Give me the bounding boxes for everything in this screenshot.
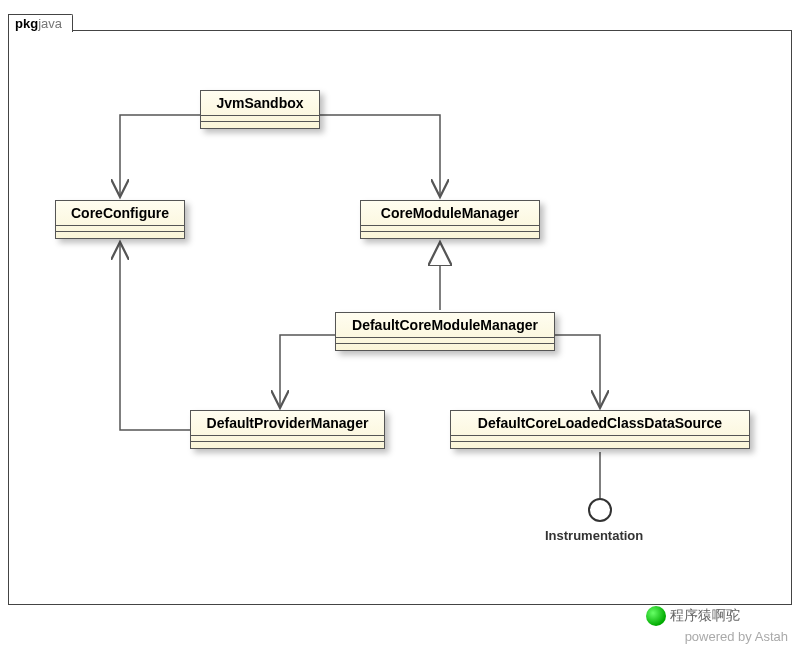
class-jvm-sandbox[interactable]: JvmSandbox: [200, 90, 320, 129]
class-core-configure[interactable]: CoreConfigure: [55, 200, 185, 239]
watermark-text: 程序猿啊驼: [670, 607, 740, 625]
class-core-module-manager[interactable]: CoreModuleManager: [360, 200, 540, 239]
diagram-canvas: pkgjava JvmSandbox CoreCon: [0, 0, 800, 652]
class-title: DefaultCoreModuleManager: [336, 313, 554, 338]
watermark: 程序猿啊驼: [646, 606, 740, 626]
class-default-provider-manager[interactable]: DefaultProviderManager: [190, 410, 385, 449]
class-operations: [451, 442, 749, 448]
watermark-icon: [646, 606, 666, 626]
class-operations: [201, 122, 319, 128]
class-operations: [191, 442, 384, 448]
class-title: CoreConfigure: [56, 201, 184, 226]
class-default-core-loaded-class-data-source[interactable]: DefaultCoreLoadedClassDataSource: [450, 410, 750, 449]
class-operations: [336, 344, 554, 350]
class-title: DefaultCoreLoadedClassDataSource: [451, 411, 749, 436]
class-title: DefaultProviderManager: [191, 411, 384, 436]
package-prefix: pkg: [15, 16, 38, 31]
class-title: CoreModuleManager: [361, 201, 539, 226]
interface-instrumentation-icon[interactable]: [588, 498, 612, 522]
class-default-core-module-manager[interactable]: DefaultCoreModuleManager: [335, 312, 555, 351]
footer-powered-by: powered by Astah: [685, 629, 788, 644]
package-tab: pkgjava: [8, 14, 73, 32]
class-operations: [56, 232, 184, 238]
interface-instrumentation-label: Instrumentation: [545, 528, 643, 543]
package-name: java: [38, 16, 62, 31]
class-operations: [361, 232, 539, 238]
class-title: JvmSandbox: [201, 91, 319, 116]
